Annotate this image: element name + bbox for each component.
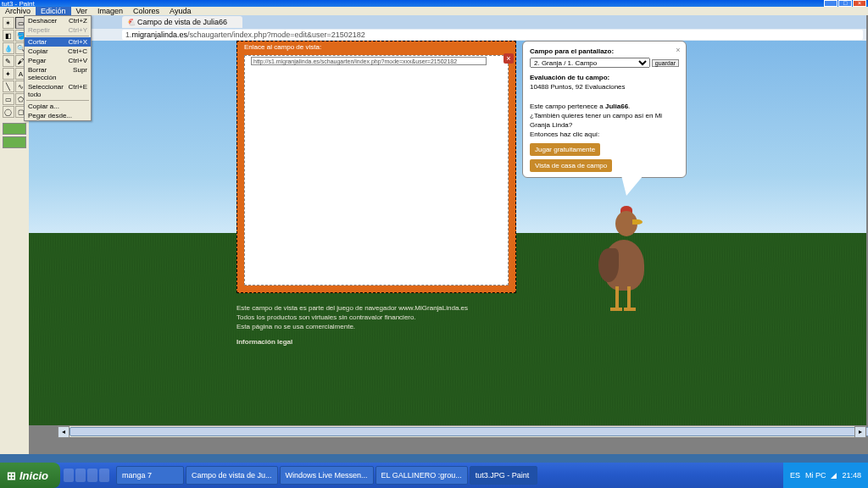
info-bubble: × Campo para el pantallazo: 2. Granja / … [522, 41, 687, 178]
menubar: Archivo Edición Ver Imagen Colores Ayuda [0, 7, 868, 15]
scroll-right-icon[interactable]: ▸ [854, 426, 866, 438]
tool-rect[interactable]: ▭ [3, 93, 14, 105]
menu-ver[interactable]: Ver [71, 7, 93, 15]
menu-copiar-a[interactable]: Copiar a... [25, 102, 91, 111]
opt-transparent[interactable] [3, 123, 26, 135]
tool-freeselect[interactable]: ✶ [3, 17, 14, 29]
scroll-thumb[interactable] [70, 427, 868, 436]
eval-line: 10488 Puntos, 92 Evaluaciones [530, 83, 626, 91]
menu-archivo[interactable]: Archivo [0, 7, 36, 15]
maximize-button[interactable]: □ [838, 0, 852, 7]
menu-edicion[interactable]: Edición [36, 7, 71, 15]
tool-line[interactable]: ╲ [3, 80, 14, 92]
menu-borrar[interactable]: Borrar selecciónSupr [25, 65, 91, 82]
bubble-title: Campo para el pantallazo: [530, 47, 614, 55]
chicken-mascot [595, 206, 654, 324]
selection-label: Enlace al campo de vista: [244, 43, 321, 51]
taskbar-task[interactable]: Campo de vista de Ju... [186, 466, 278, 485]
edit-menu-dropdown: DeshacerCtrl+Z RepetirCtrl+Y CortarCtrl+… [24, 15, 92, 121]
house-view-button[interactable]: Vista de casa de campo [530, 159, 612, 172]
minimize-button[interactable]: _ [824, 0, 837, 7]
close-icon[interactable]: × [504, 53, 514, 64]
tool-spray[interactable]: ✦ [3, 68, 14, 80]
wish-line: ¿También quieres tener un campo así en M… [530, 112, 662, 129]
taskbar-task[interactable]: tut3.JPG - Paint [470, 466, 537, 485]
menu-colores[interactable]: Colores [128, 7, 164, 15]
tray-avira-icon[interactable]: ◢ [831, 471, 837, 480]
menu-pegar[interactable]: PegarCtrl+V [25, 56, 91, 65]
taskbar-task[interactable]: Windows Live Messen... [280, 466, 374, 485]
owner-prefix: Este campo pertenece a [530, 103, 605, 110]
menu-deshacer[interactable]: DeshacerCtrl+Z [25, 16, 91, 25]
menu-pegar-desde[interactable]: Pegar desde... [25, 111, 91, 120]
selection-box[interactable]: Enlace al campo de vista: http://s1.migr… [236, 41, 516, 293]
quick-launch [60, 469, 113, 482]
system-tray[interactable]: ES Mi PC ◢ 21:48 [783, 463, 868, 488]
menu-cortar[interactable]: CortarCtrl+X [25, 37, 91, 47]
taskbar: Inicio manga 7Campo de vista de Ju...Win… [0, 463, 868, 488]
horizontal-scrollbar[interactable]: ◂ ▸ [58, 425, 866, 437]
address-bar: 1.migranjalinda.es/schaugarten/index.php… [29, 29, 866, 41]
owner-name: Julia66 [605, 103, 628, 110]
browser-tabs: Campo de vista de Julia66 [29, 15, 866, 29]
ql-icon[interactable] [87, 469, 97, 482]
tray-pc[interactable]: Mi PC [805, 471, 826, 480]
start-button[interactable]: Inicio [0, 463, 60, 488]
clock[interactable]: 21:48 [842, 471, 861, 480]
window-title: tut3 - Paint [2, 0, 35, 7]
taskbar-task[interactable]: manga 7 [116, 466, 184, 485]
selection-inner: http://s1.migranjalinda.es/schaugarten/i… [244, 55, 509, 286]
browser-screenshot: Campo de vista de Julia66 1.migranjalind… [29, 15, 866, 425]
tool-options [3, 123, 26, 148]
save-button[interactable]: guardar [652, 59, 679, 67]
menu-imagen[interactable]: Imagen [92, 7, 128, 15]
tool-picker[interactable]: 💧 [3, 42, 14, 54]
menu-repetir[interactable]: RepetirCtrl+Y [25, 25, 91, 35]
page-content: Enlace al campo de vista: http://s1.migr… [29, 41, 866, 425]
canvas-area[interactable]: Campo de vista de Julia66 1.migranjalind… [29, 15, 868, 454]
scroll-left-icon[interactable]: ◂ [58, 426, 70, 438]
opt-opaque[interactable] [3, 136, 26, 148]
taskbar-task[interactable]: EL GALLINERO :grou... [376, 466, 468, 485]
close-button[interactable]: × [853, 0, 866, 7]
click-line: Entonces haz clic aquí: [530, 130, 599, 138]
menu-copiar[interactable]: CopiarCtrl+C [25, 47, 91, 56]
field-url-input[interactable]: http://s1.migranjalinda.es/schaugarten/i… [251, 57, 487, 65]
tool-ellipse[interactable]: ◯ [3, 106, 14, 118]
ql-icon[interactable] [64, 469, 74, 482]
menu-separator [26, 36, 89, 36]
eval-title: Evaluación de tu campo: [530, 74, 609, 81]
browser-tab[interactable]: Campo de vista de Julia66 [122, 16, 242, 28]
footer-text: Este campo de vista es parte del juego d… [236, 303, 468, 347]
field-select[interactable]: 2. Granja / 1. Campo [530, 58, 650, 68]
play-free-button[interactable]: Jugar gratuitamente [530, 143, 600, 156]
titlebar: tut3 - Paint _ □ × [0, 0, 868, 7]
ql-icon[interactable] [75, 469, 86, 482]
menu-select-all[interactable]: Seleccionar todoCtrl+E [25, 82, 91, 99]
task-buttons: manga 7Campo de vista de Ju...Windows Li… [113, 466, 783, 485]
tool-pencil[interactable]: ✎ [3, 55, 14, 67]
ql-icon[interactable] [99, 469, 109, 482]
menu-ayuda[interactable]: Ayuda [164, 7, 196, 15]
bubble-close-icon[interactable]: × [674, 45, 682, 53]
tool-eraser[interactable]: ◧ [3, 30, 14, 42]
legal-link[interactable]: Información legal [236, 337, 468, 347]
tray-lang[interactable]: ES [790, 471, 800, 480]
url-field[interactable]: 1.migranjalinda.es/schaugarten/index.php… [122, 30, 863, 40]
menu-separator [26, 100, 89, 101]
